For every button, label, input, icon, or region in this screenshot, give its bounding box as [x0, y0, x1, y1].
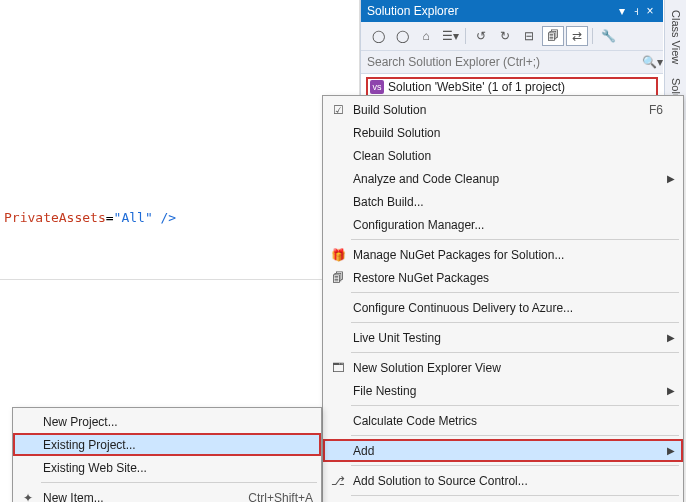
menu-analyze-cleanup[interactable]: Analyze and Code Cleanup ▶: [323, 167, 683, 190]
menu-separator: [351, 292, 679, 293]
menu-separator: [351, 239, 679, 240]
sync-icon[interactable]: ↺: [470, 26, 492, 46]
restore-icon: 🗐: [327, 271, 349, 285]
code-attr-val: "All": [114, 210, 153, 225]
code-editor[interactable]: PrivateAssets="All" />: [0, 0, 360, 280]
code-close: />: [153, 210, 176, 225]
home-icon[interactable]: ⌂: [415, 26, 437, 46]
submenu-arrow-icon: ▶: [663, 173, 675, 184]
nuget-icon: 🎁: [327, 248, 349, 262]
solution-explorer-panel: Solution Explorer ▾ ⫞ × ◯ ◯ ⌂ ☰▾ ↺ ↻ ⊟ 🗐…: [360, 0, 663, 103]
new-view-icon: 🗔: [327, 361, 349, 375]
submenu-new-item[interactable]: ✦ New Item... Ctrl+Shift+A: [13, 486, 321, 502]
menu-file-nesting[interactable]: File Nesting ▶: [323, 379, 683, 402]
solution-explorer-titlebar[interactable]: Solution Explorer ▾ ⫞ ×: [361, 0, 663, 22]
solution-context-menu: ☑ Build Solution F6 Rebuild Solution Cle…: [322, 95, 684, 502]
menu-separator: [351, 465, 679, 466]
menu-azure-cd[interactable]: Configure Continuous Delivery to Azure..…: [323, 296, 683, 319]
add-submenu: New Project... Existing Project... Exist…: [12, 407, 322, 502]
submenu-arrow-icon: ▶: [663, 445, 675, 456]
submenu-arrow-icon: ▶: [663, 385, 675, 396]
solution-explorer-toolbar: ◯ ◯ ⌂ ☰▾ ↺ ↻ ⊟ 🗐 ⇄ 🔧: [361, 22, 663, 51]
code-attr-name: PrivateAssets: [4, 210, 106, 225]
dropdown-icon[interactable]: ▾: [615, 4, 629, 18]
submenu-new-project[interactable]: New Project...: [13, 410, 321, 433]
connected-icon[interactable]: ⇄: [566, 26, 588, 46]
back-icon[interactable]: ◯: [367, 26, 389, 46]
forward-icon[interactable]: ◯: [391, 26, 413, 46]
menu-live-unit-testing[interactable]: Live Unit Testing ▶: [323, 326, 683, 349]
menu-separator: [351, 495, 679, 496]
submenu-arrow-icon: ▶: [663, 332, 675, 343]
code-line: PrivateAssets="All" />: [0, 210, 359, 225]
solution-explorer-title: Solution Explorer: [367, 4, 458, 18]
submenu-existing-web-site[interactable]: Existing Web Site...: [13, 456, 321, 479]
close-icon[interactable]: ×: [643, 4, 657, 18]
new-item-icon: ✦: [17, 491, 39, 503]
menu-separator: [351, 322, 679, 323]
search-input[interactable]: [361, 51, 641, 73]
menu-separator: [351, 405, 679, 406]
collapse-icon[interactable]: ⊟: [518, 26, 540, 46]
search-icon[interactable]: 🔍▾: [641, 55, 663, 69]
source-control-icon: ⎇: [327, 474, 349, 488]
menu-rebuild-solution[interactable]: Rebuild Solution: [323, 121, 683, 144]
side-tab-class-view[interactable]: Class View: [670, 10, 682, 64]
solution-explorer-search[interactable]: 🔍▾: [361, 51, 663, 74]
code-eq: =: [106, 210, 114, 225]
pin-icon[interactable]: ⫞: [629, 4, 643, 18]
menu-add-source-control[interactable]: ⎇ Add Solution to Source Control...: [323, 469, 683, 492]
refresh-icon[interactable]: ↻: [494, 26, 516, 46]
submenu-existing-project[interactable]: Existing Project...: [13, 433, 321, 456]
solution-icon: vs: [370, 80, 384, 94]
solution-node-label: Solution 'WebSite' (1 of 1 project): [388, 80, 565, 94]
properties-icon[interactable]: 🔧: [597, 26, 619, 46]
menu-code-metrics[interactable]: Calculate Code Metrics: [323, 409, 683, 432]
menu-separator: [41, 482, 317, 483]
menu-separator: [351, 435, 679, 436]
show-all-icon[interactable]: 🗐: [542, 26, 564, 46]
switch-view-icon[interactable]: ☰▾: [439, 26, 461, 46]
menu-restore-nuget[interactable]: 🗐 Restore NuGet Packages: [323, 266, 683, 289]
build-icon: ☑: [327, 103, 349, 117]
menu-separator: [351, 352, 679, 353]
menu-batch-build[interactable]: Batch Build...: [323, 190, 683, 213]
menu-add[interactable]: Add ▶: [323, 439, 683, 462]
menu-build-solution[interactable]: ☑ Build Solution F6: [323, 98, 683, 121]
menu-clean-solution[interactable]: Clean Solution: [323, 144, 683, 167]
solution-node[interactable]: vs Solution 'WebSite' (1 of 1 project): [366, 77, 658, 97]
menu-config-manager[interactable]: Configuration Manager...: [323, 213, 683, 236]
menu-manage-nuget[interactable]: 🎁 Manage NuGet Packages for Solution...: [323, 243, 683, 266]
menu-new-explorer-view[interactable]: 🗔 New Solution Explorer View: [323, 356, 683, 379]
